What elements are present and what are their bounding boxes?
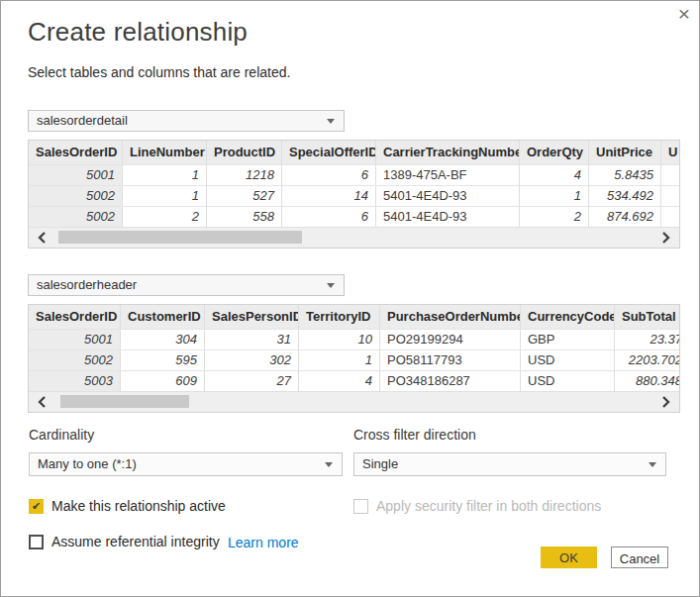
make-relationship-active-label: Make this relationship active — [51, 498, 226, 514]
dialog-subtitle: Select tables and columns that are relat… — [28, 64, 290, 80]
table2-selector-value: salesorderheader — [37, 277, 137, 292]
table-cell[interactable]: 874.692 — [589, 207, 661, 227]
table-cell[interactable]: 4 — [299, 371, 380, 391]
chevron-down-icon — [327, 119, 335, 124]
table-cell[interactable]: 14 — [282, 186, 376, 206]
table-cell[interactable]: 5002 — [29, 350, 121, 370]
close-icon[interactable]: × — [678, 2, 690, 26]
table-row: 50021527145401-4E4D-931534.492 — [29, 185, 679, 206]
column-header[interactable]: SalesOrderID — [29, 305, 121, 329]
table-cell[interactable]: PO58117793 — [380, 350, 521, 370]
table-cell[interactable]: PO29199294 — [380, 330, 521, 349]
table2-selector-dropdown[interactable]: salesorderheader — [28, 274, 345, 296]
security-filter-row: Apply security filter in both directions — [353, 498, 601, 514]
table-cell[interactable]: 534.492 — [589, 186, 661, 206]
table-cell[interactable]: 23.37 — [615, 330, 679, 349]
table-header-row: SalesOrderIDLineNumberProductIDSpecialOf… — [29, 141, 679, 164]
table-body: 50011121861389-475A-BF45.843550021527145… — [29, 164, 679, 227]
column-header[interactable]: TerritoryID — [299, 305, 380, 329]
table-row: 5002255865401-4E4D-932874.692 — [29, 206, 679, 227]
table-cell[interactable]: 595 — [121, 350, 205, 370]
table-cell[interactable]: PO348186287 — [380, 371, 521, 391]
table-cell[interactable]: 6 — [282, 207, 376, 227]
table-cell[interactable]: GBP — [521, 330, 615, 349]
cancel-button[interactable]: Cancel — [611, 547, 668, 568]
horizontal-scrollbar[interactable] — [29, 227, 679, 248]
table-cell[interactable]: 302 — [205, 350, 299, 370]
table-cell[interactable]: 2 — [520, 207, 589, 227]
table-cell[interactable]: 527 — [207, 186, 282, 206]
table-cell[interactable]: 5003 — [29, 371, 121, 391]
table-cell[interactable]: 27 — [205, 371, 299, 391]
table-row: 50011121861389-475A-BF45.8435 — [29, 164, 679, 185]
column-header[interactable]: SpecialOfferID — [282, 141, 376, 164]
scroll-left-icon[interactable] — [36, 231, 50, 245]
column-header[interactable]: SubTotal — [615, 305, 679, 329]
table1-selector-dropdown[interactable]: salesorderdetail — [28, 110, 345, 132]
table-row: 50025953021PO58117793USD2203.702 — [29, 349, 679, 370]
table-cell[interactable]: 304 — [121, 330, 205, 349]
table-cell[interactable]: 4 — [520, 165, 589, 185]
table-cell[interactable]: 1 — [299, 350, 380, 370]
table-row: 50013043110PO29199294GBP23.37 — [29, 329, 679, 349]
table-cell[interactable]: 6 — [282, 165, 376, 185]
table-cell[interactable]: 5.8435 — [589, 165, 661, 185]
column-header[interactable]: CurrencyCode — [521, 305, 615, 329]
table-cell[interactable]: 10 — [299, 330, 380, 349]
cardinality-dropdown[interactable]: Many to one (*:1) — [29, 452, 343, 476]
dialog-title: Create relationship — [28, 17, 248, 48]
column-header[interactable]: CustomerID — [121, 305, 205, 329]
table-cell[interactable]: 5401-4E4D-93 — [376, 186, 520, 206]
table-cell[interactable]: 609 — [121, 371, 205, 391]
table-cell[interactable]: 5001 — [29, 330, 121, 349]
table-cell[interactable]: 2203.702 — [615, 350, 679, 370]
make-relationship-active-checkbox[interactable]: ✔ — [29, 499, 44, 514]
scroll-thumb[interactable] — [58, 231, 302, 244]
table-header-row: SalesOrderIDCustomerIDSalesPersonIDTerri… — [29, 305, 679, 329]
cross-filter-direction-dropdown[interactable]: Single — [353, 452, 666, 476]
learn-more-link[interactable]: Learn more — [228, 535, 299, 550]
column-header[interactable]: UnitPrice — [589, 141, 661, 164]
scroll-right-icon[interactable] — [658, 231, 672, 245]
cardinality-label: Cardinality — [29, 427, 94, 443]
referential-integrity-row: Assume referential integrity — [29, 534, 220, 549]
chevron-down-icon — [325, 462, 333, 467]
table-cell[interactable]: 1 — [123, 186, 207, 206]
column-header[interactable]: U — [661, 141, 679, 164]
column-header[interactable]: CarrierTrackingNumber — [376, 141, 520, 164]
table-cell[interactable] — [661, 165, 679, 185]
table-cell[interactable]: 5401-4E4D-93 — [376, 207, 520, 227]
table-cell[interactable] — [661, 207, 679, 227]
column-header[interactable]: LineNumber — [123, 141, 207, 164]
scroll-thumb[interactable] — [60, 395, 189, 408]
table-cell[interactable]: 5002 — [29, 207, 123, 227]
scroll-left-icon[interactable] — [36, 395, 50, 409]
make-relationship-active-row: ✔ Make this relationship active — [29, 498, 226, 514]
column-header[interactable]: ProductID — [207, 141, 282, 164]
chevron-down-icon — [649, 462, 656, 467]
table-cell[interactable]: 558 — [207, 207, 282, 227]
table-cell[interactable] — [661, 186, 679, 206]
column-header[interactable]: PurchaseOrderNumber — [380, 305, 521, 329]
table-salesorderdetail: SalesOrderIDLineNumberProductIDSpecialOf… — [28, 140, 680, 249]
table-cell[interactable]: USD — [521, 350, 615, 370]
horizontal-scrollbar[interactable] — [29, 391, 679, 412]
scroll-right-icon[interactable] — [658, 395, 672, 409]
table-cell[interactable]: USD — [521, 371, 615, 391]
table-cell[interactable]: 1 — [520, 186, 589, 206]
table-cell[interactable]: 1 — [123, 165, 207, 185]
table-cell[interactable]: 1218 — [207, 165, 282, 185]
table-cell[interactable]: 5001 — [29, 165, 123, 185]
table-cell[interactable]: 1389-475A-BF — [376, 165, 520, 185]
table-row: 5003609274PO348186287USD880.348 — [29, 370, 679, 391]
column-header[interactable]: SalesPersonID — [205, 305, 299, 329]
ok-button[interactable]: OK — [541, 547, 597, 568]
column-header[interactable]: OrderQty — [520, 141, 589, 164]
column-header[interactable]: SalesOrderID — [29, 141, 123, 164]
referential-integrity-checkbox[interactable] — [29, 535, 44, 549]
table-cell[interactable]: 31 — [205, 330, 299, 349]
table-cell[interactable]: 2 — [123, 207, 207, 227]
table-cell[interactable]: 880.348 — [615, 371, 679, 391]
table-cell[interactable]: 5002 — [29, 186, 123, 206]
table-body: 50013043110PO29199294GBP23.3750025953021… — [29, 329, 679, 391]
